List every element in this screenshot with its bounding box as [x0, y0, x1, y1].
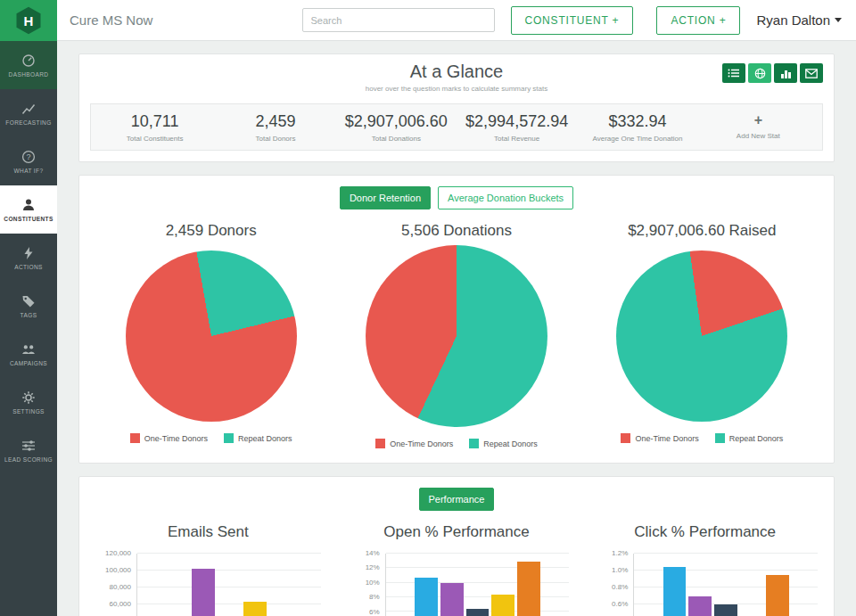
- tab-performance[interactable]: Performance: [419, 488, 495, 511]
- bar-chart-row: Emails Sent 120,000100,00080,00060,00040…: [95, 514, 818, 616]
- page-title: At a Glance: [90, 62, 823, 82]
- sidebar-item-lead-scoring[interactable]: LEAD SCORING: [0, 426, 57, 474]
- mail-view-button[interactable]: [800, 63, 823, 83]
- user-menu[interactable]: Ryan Dalton: [756, 12, 842, 28]
- red-swatch-icon: [375, 439, 385, 448]
- bar-chart-icon: [780, 68, 792, 78]
- bar-wed[interactable]: [714, 604, 737, 616]
- plot-column: SunMonTueWedThuFriSat: [385, 554, 570, 616]
- emails-sent-chart: Emails Sent 120,000100,00080,00060,00040…: [95, 514, 321, 616]
- open-percent-chart: Open % Performance 14%12%10%8%6%4%2%0% S…: [344, 514, 570, 616]
- donations-pie-section: 5,506 Donations One-Time Donors Repeat D…: [333, 222, 579, 448]
- sidebar-item-campaigns[interactable]: CAMPAIGNS: [0, 330, 57, 378]
- what-if-icon: ?: [21, 150, 36, 164]
- bar-fri[interactable]: [766, 575, 789, 616]
- dashboard-icon: [21, 53, 36, 68]
- stat-total-donors[interactable]: 2,459 Total Donors: [215, 112, 335, 143]
- actions-icon: [21, 246, 36, 260]
- plot-column: SunMonTueWedThuFriSat: [136, 554, 321, 616]
- at-a-glance-card: At a Glance hover over the question mark…: [78, 53, 835, 162]
- stat-value: $2,994,572.94: [457, 112, 577, 131]
- sidebar-item-label: LEAD SCORING: [4, 456, 53, 463]
- red-swatch-icon: [130, 433, 140, 443]
- bar-tue[interactable]: [688, 596, 712, 616]
- donor-tab-row: Donor Retention Average Donation Buckets: [88, 186, 825, 209]
- bar-tue[interactable]: [192, 569, 215, 616]
- raised-pie-chart[interactable]: [616, 251, 787, 422]
- performance-card: Performance Emails Sent 120,000100,00080…: [78, 476, 835, 616]
- sidebar-item-label: DASHBOARD: [9, 71, 49, 78]
- bar-mon[interactable]: [415, 578, 438, 616]
- search-input[interactable]: [302, 8, 495, 32]
- stat-label: Average One Time Donation: [577, 135, 697, 143]
- list-view-icon: [728, 68, 740, 78]
- sidebar-item-constituents[interactable]: CONSTITUENTS: [0, 185, 57, 234]
- plot-area: [633, 554, 818, 616]
- lead-scoring-icon: [21, 439, 36, 453]
- tags-icon: [21, 294, 36, 308]
- summary-stats-strip: 10,711 Total Constituents 2,459 Total Do…: [90, 103, 823, 151]
- legend-repeat-donors: Repeat Donors: [469, 439, 538, 448]
- tab-donor-retention[interactable]: Donor Retention: [340, 186, 431, 209]
- plot-area: [136, 554, 321, 616]
- stat-average-one-time-donation[interactable]: $332.94 Average One Time Donation: [577, 112, 697, 143]
- pie-legend: One-Time Donors Repeat Donors: [580, 433, 825, 443]
- teal-swatch-icon: [469, 439, 479, 448]
- stat-label: Total Donations: [336, 135, 457, 143]
- globe-view-button[interactable]: [748, 63, 771, 83]
- pie-legend: One-Time Donors Repeat Donors: [88, 433, 333, 443]
- stat-label: Total Donors: [215, 135, 335, 143]
- sidebar-item-dashboard[interactable]: DASHBOARD: [0, 41, 57, 89]
- campaigns-icon: [21, 342, 36, 357]
- bars: [634, 554, 818, 616]
- add-constituent-button[interactable]: CONSTITUENT +: [511, 6, 634, 35]
- svg-text:?: ?: [26, 152, 30, 161]
- tab-average-donation-buckets[interactable]: Average Donation Buckets: [438, 186, 573, 209]
- list-view-button[interactable]: [722, 63, 745, 83]
- sidebar-item-what-if[interactable]: ? WHAT IF?: [0, 137, 57, 185]
- app-logo[interactable]: H: [0, 0, 57, 41]
- donors-pie-chart[interactable]: [126, 251, 297, 422]
- donations-pie-chart[interactable]: [366, 245, 547, 427]
- bar-thu[interactable]: [243, 602, 267, 616]
- stat-total-donations[interactable]: $2,907,006.60 Total Donations: [336, 112, 457, 143]
- plus-icon: +: [698, 112, 819, 128]
- legend-label: One-Time Donors: [635, 434, 698, 443]
- teal-swatch-icon: [224, 433, 234, 443]
- forecasting-icon: [21, 102, 36, 116]
- sidebar-item-label: ACTIONS: [14, 264, 43, 270]
- sidebar-item-tags[interactable]: TAGS: [0, 282, 57, 330]
- legend-label: Repeat Donors: [483, 439, 538, 448]
- legend-repeat-donors: Repeat Donors: [224, 433, 292, 443]
- globe-icon: [754, 68, 766, 79]
- hexagon-logo-icon: H: [15, 6, 42, 35]
- plot: 14%12%10%8%6%4%2%0% SunMonTueWedThuFriSa…: [344, 554, 570, 616]
- sidebar-item-label: CAMPAIGNS: [10, 360, 47, 366]
- bar-chart-view-button[interactable]: [774, 63, 797, 83]
- bar-thu[interactable]: [491, 595, 514, 616]
- stat-total-constituents[interactable]: 10,711 Total Constituents: [95, 112, 215, 143]
- donors-pie-section: 2,459 Donors One-Time Donors Repeat Dono…: [88, 222, 333, 448]
- sidebar-item-forecasting[interactable]: FORECASTING: [0, 89, 57, 137]
- legend-label: Repeat Donors: [729, 434, 784, 443]
- legend-repeat-donors: Repeat Donors: [715, 433, 784, 443]
- stat-label: Add New Stat: [698, 132, 819, 140]
- sidebar-item-actions[interactable]: ACTIONS: [0, 234, 57, 282]
- y-axis: 14%12%10%8%6%4%2%0%: [344, 554, 385, 616]
- topbar: Cure MS Now CONSTITUENT + ACTION + Ryan …: [57, 0, 856, 41]
- bar-wed[interactable]: [466, 609, 490, 616]
- bar-fri[interactable]: [517, 562, 540, 616]
- bars: [137, 554, 321, 616]
- y-axis: 120,000100,00080,00060,00040,00020,0000: [95, 554, 136, 616]
- bar-tue[interactable]: [440, 583, 464, 616]
- legend-one-time-donors: One-Time Donors: [130, 433, 208, 443]
- bar-mon[interactable]: [663, 567, 687, 616]
- teal-swatch-icon: [715, 433, 725, 443]
- add-action-button[interactable]: ACTION +: [656, 6, 740, 35]
- raised-pie-section: $2,907,006.60 Raised One-Time Donors Rep…: [580, 222, 825, 448]
- stat-total-revenue[interactable]: $2,994,572.94 Total Revenue: [457, 112, 577, 143]
- sidebar-item-label: CONSTITUENTS: [4, 216, 53, 222]
- add-new-stat-button[interactable]: + Add New Stat: [698, 112, 819, 143]
- mail-icon: [805, 69, 818, 78]
- sidebar-item-settings[interactable]: SETTINGS: [0, 378, 57, 426]
